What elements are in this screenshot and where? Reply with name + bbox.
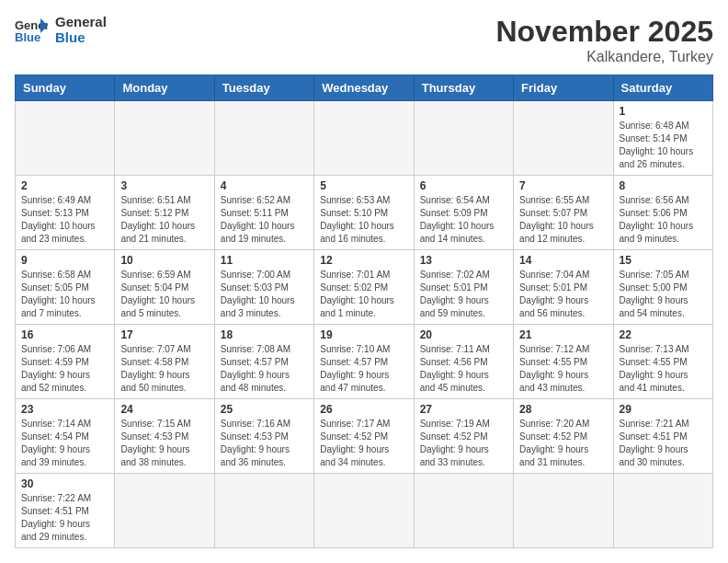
calendar-cell: 24Sunrise: 7:15 AM Sunset: 4:53 PM Dayli… — [115, 399, 214, 474]
calendar-cell: 3Sunrise: 6:51 AM Sunset: 5:12 PM Daylig… — [115, 176, 214, 250]
calendar-week-row: 2Sunrise: 6:49 AM Sunset: 5:13 PM Daylig… — [16, 176, 713, 250]
calendar-cell: 19Sunrise: 7:10 AM Sunset: 4:57 PM Dayli… — [314, 325, 414, 399]
calendar-cell: 11Sunrise: 7:00 AM Sunset: 5:03 PM Dayli… — [214, 250, 313, 325]
day-info: Sunrise: 6:54 AM Sunset: 5:09 PM Dayligh… — [420, 194, 507, 246]
day-info: Sunrise: 7:15 AM Sunset: 4:53 PM Dayligh… — [120, 418, 208, 469]
day-number: 18 — [221, 328, 308, 341]
day-info: Sunrise: 6:51 AM Sunset: 5:12 PM Dayligh… — [120, 194, 208, 246]
calendar-header-tuesday: Tuesday — [214, 75, 313, 101]
calendar-cell: 7Sunrise: 6:55 AM Sunset: 5:07 PM Daylig… — [514, 176, 613, 250]
calendar-cell: 5Sunrise: 6:53 AM Sunset: 5:10 PM Daylig… — [314, 176, 414, 250]
day-info: Sunrise: 7:14 AM Sunset: 4:54 PM Dayligh… — [21, 418, 108, 469]
day-number: 1 — [620, 105, 707, 118]
day-info: Sunrise: 7:06 AM Sunset: 4:59 PM Dayligh… — [21, 343, 108, 395]
day-number: 6 — [420, 179, 507, 192]
calendar-cell — [314, 474, 414, 548]
day-info: Sunrise: 6:59 AM Sunset: 5:04 PM Dayligh… — [120, 269, 208, 320]
day-info: Sunrise: 7:19 AM Sunset: 4:52 PM Dayligh… — [420, 418, 507, 469]
calendar-cell — [414, 474, 513, 548]
calendar-cell: 23Sunrise: 7:14 AM Sunset: 4:54 PM Dayli… — [16, 399, 115, 474]
day-info: Sunrise: 6:52 AM Sunset: 5:11 PM Dayligh… — [221, 194, 308, 246]
calendar-table: SundayMondayTuesdayWednesdayThursdayFrid… — [15, 75, 713, 548]
calendar-cell — [214, 474, 313, 548]
day-number: 29 — [620, 403, 707, 416]
calendar-cell — [16, 101, 115, 176]
day-number: 19 — [320, 328, 407, 341]
day-number: 14 — [519, 254, 607, 267]
day-info: Sunrise: 7:04 AM Sunset: 5:01 PM Dayligh… — [519, 269, 607, 320]
day-number: 11 — [221, 254, 308, 267]
calendar-cell — [115, 101, 214, 176]
calendar-cell: 16Sunrise: 7:06 AM Sunset: 4:59 PM Dayli… — [16, 325, 115, 399]
calendar-cell: 25Sunrise: 7:16 AM Sunset: 4:53 PM Dayli… — [214, 399, 313, 474]
calendar-cell — [514, 474, 613, 548]
calendar-cell: 15Sunrise: 7:05 AM Sunset: 5:00 PM Dayli… — [613, 250, 712, 325]
calendar-cell: 6Sunrise: 6:54 AM Sunset: 5:09 PM Daylig… — [414, 176, 513, 250]
page-header: General Blue General Blue November 2025 … — [15, 15, 713, 65]
calendar-cell: 12Sunrise: 7:01 AM Sunset: 5:02 PM Dayli… — [314, 250, 414, 325]
day-number: 21 — [519, 328, 607, 341]
day-info: Sunrise: 7:13 AM Sunset: 4:55 PM Dayligh… — [620, 343, 707, 395]
day-number: 30 — [21, 477, 108, 490]
day-number: 4 — [221, 179, 308, 192]
logo-icon: General Blue — [15, 17, 48, 44]
day-number: 9 — [21, 254, 108, 267]
calendar-cell: 30Sunrise: 7:22 AM Sunset: 4:51 PM Dayli… — [16, 474, 115, 548]
day-number: 23 — [21, 403, 108, 416]
calendar-cell — [214, 101, 313, 176]
day-number: 17 — [120, 328, 208, 341]
calendar-cell: 28Sunrise: 7:20 AM Sunset: 4:52 PM Dayli… — [514, 399, 613, 474]
day-info: Sunrise: 6:49 AM Sunset: 5:13 PM Dayligh… — [21, 194, 108, 246]
calendar-header-friday: Friday — [514, 75, 613, 101]
day-number: 25 — [221, 403, 308, 416]
day-number: 24 — [120, 403, 208, 416]
logo-blue-text: Blue — [55, 30, 107, 46]
day-info: Sunrise: 7:21 AM Sunset: 4:51 PM Dayligh… — [620, 418, 707, 469]
day-info: Sunrise: 7:00 AM Sunset: 5:03 PM Dayligh… — [221, 269, 308, 320]
calendar-cell: 22Sunrise: 7:13 AM Sunset: 4:55 PM Dayli… — [613, 325, 712, 399]
calendar-header-monday: Monday — [115, 75, 214, 101]
day-number: 10 — [120, 254, 208, 267]
day-info: Sunrise: 7:17 AM Sunset: 4:52 PM Dayligh… — [320, 418, 407, 469]
calendar-header-thursday: Thursday — [414, 75, 513, 101]
day-info: Sunrise: 6:56 AM Sunset: 5:06 PM Dayligh… — [620, 194, 707, 246]
calendar-cell: 17Sunrise: 7:07 AM Sunset: 4:58 PM Dayli… — [115, 325, 214, 399]
calendar-cell — [115, 474, 214, 548]
logo-general-text: General — [55, 15, 107, 30]
calendar-cell: 1Sunrise: 6:48 AM Sunset: 5:14 PM Daylig… — [613, 101, 712, 176]
calendar-week-row: 16Sunrise: 7:06 AM Sunset: 4:59 PM Dayli… — [16, 325, 713, 399]
month-title: November 2025 — [495, 15, 713, 49]
calendar-cell: 27Sunrise: 7:19 AM Sunset: 4:52 PM Dayli… — [414, 399, 513, 474]
calendar-cell: 8Sunrise: 6:56 AM Sunset: 5:06 PM Daylig… — [613, 176, 712, 250]
calendar-header-saturday: Saturday — [613, 75, 712, 101]
calendar-week-row: 9Sunrise: 6:58 AM Sunset: 5:05 PM Daylig… — [16, 250, 713, 325]
calendar-cell: 26Sunrise: 7:17 AM Sunset: 4:52 PM Dayli… — [314, 399, 414, 474]
day-info: Sunrise: 7:20 AM Sunset: 4:52 PM Dayligh… — [519, 418, 607, 469]
calendar-cell: 2Sunrise: 6:49 AM Sunset: 5:13 PM Daylig… — [16, 176, 115, 250]
day-info: Sunrise: 7:12 AM Sunset: 4:55 PM Dayligh… — [519, 343, 607, 395]
svg-text:Blue: Blue — [15, 30, 40, 44]
day-number: 22 — [620, 328, 707, 341]
day-info: Sunrise: 7:07 AM Sunset: 4:58 PM Dayligh… — [120, 343, 208, 395]
day-number: 2 — [21, 179, 108, 192]
day-info: Sunrise: 7:16 AM Sunset: 4:53 PM Dayligh… — [221, 418, 308, 469]
calendar-week-row: 30Sunrise: 7:22 AM Sunset: 4:51 PM Dayli… — [16, 474, 713, 548]
day-info: Sunrise: 7:22 AM Sunset: 4:51 PM Dayligh… — [21, 492, 108, 544]
day-number: 8 — [620, 179, 707, 192]
day-info: Sunrise: 6:48 AM Sunset: 5:14 PM Dayligh… — [620, 120, 707, 171]
day-info: Sunrise: 6:55 AM Sunset: 5:07 PM Dayligh… — [519, 194, 607, 246]
calendar-cell — [514, 101, 613, 176]
logo: General Blue General Blue — [15, 15, 107, 45]
calendar-header-sunday: Sunday — [16, 75, 115, 101]
day-info: Sunrise: 7:08 AM Sunset: 4:57 PM Dayligh… — [221, 343, 308, 395]
calendar-cell: 13Sunrise: 7:02 AM Sunset: 5:01 PM Dayli… — [414, 250, 513, 325]
title-block: November 2025 Kalkandere, Turkey — [495, 15, 713, 65]
day-number: 7 — [519, 179, 607, 192]
calendar-cell: 10Sunrise: 6:59 AM Sunset: 5:04 PM Dayli… — [115, 250, 214, 325]
day-number: 28 — [519, 403, 607, 416]
calendar-cell — [613, 474, 712, 548]
calendar-cell — [314, 101, 414, 176]
calendar-cell: 29Sunrise: 7:21 AM Sunset: 4:51 PM Dayli… — [613, 399, 712, 474]
day-number: 12 — [320, 254, 407, 267]
day-info: Sunrise: 7:11 AM Sunset: 4:56 PM Dayligh… — [420, 343, 507, 395]
